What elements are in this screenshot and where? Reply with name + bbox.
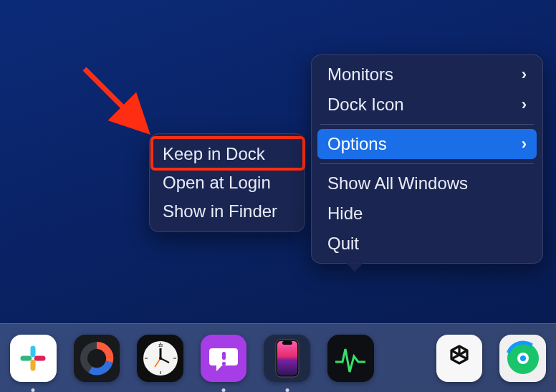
donut-chart-icon — [79, 340, 115, 376]
activity-icon — [332, 340, 368, 376]
chevron-right-icon: › — [522, 65, 527, 84]
menu-item-label: Monitors — [327, 64, 393, 85]
menu-item-label: Show All Windows — [327, 173, 468, 193]
clock-icon: 12 — [140, 338, 181, 378]
menu-item-options[interactable]: Options › — [317, 129, 537, 159]
menu-item-hide[interactable]: Hide — [317, 199, 537, 229]
running-indicator — [32, 388, 35, 392]
svg-rect-4 — [34, 355, 46, 360]
dock-app-iphone-mirroring[interactable] — [264, 335, 310, 382]
svg-rect-19 — [277, 341, 297, 376]
menu-item-quit[interactable]: Quit — [317, 229, 537, 259]
menu-item-label: Show in Finder — [163, 201, 277, 221]
dock-app-chatgpt[interactable] — [436, 335, 483, 382]
menu-item-dock-icon[interactable]: Dock Icon › — [317, 90, 537, 120]
menu-separator — [320, 163, 534, 164]
svg-rect-20 — [282, 341, 292, 345]
menu-item-show-in-finder[interactable]: Show in Finder — [154, 197, 300, 226]
menu-item-label: Hide — [327, 204, 363, 224]
dock-app-find-my[interactable] — [499, 335, 546, 382]
svg-line-0 — [85, 69, 143, 128]
chevron-right-icon: › — [522, 95, 527, 114]
menu-item-label: Keep in Dock — [163, 144, 265, 164]
svg-rect-3 — [31, 359, 36, 371]
menu-item-label: Open at Login — [163, 173, 271, 193]
annotation-arrow — [79, 63, 158, 142]
dock-app-feedback[interactable] — [201, 335, 247, 382]
menu-item-monitors[interactable]: Monitors › — [317, 59, 537, 90]
menu-item-show-all-windows[interactable]: Show All Windows — [317, 168, 537, 199]
svg-rect-2 — [21, 355, 32, 360]
menu-separator — [320, 124, 534, 125]
dock: 12 — [0, 323, 556, 392]
chevron-right-icon: › — [522, 135, 527, 153]
running-indicator — [222, 388, 226, 392]
svg-rect-16 — [222, 352, 226, 360]
svg-text:12: 12 — [158, 343, 163, 348]
svg-point-24 — [520, 355, 526, 361]
dock-app-slack[interactable] — [10, 335, 57, 382]
dock-app-analytics[interactable] — [74, 335, 120, 382]
dock-app-clock[interactable]: 12 — [137, 335, 183, 382]
dock-app-activity-monitor[interactable] — [327, 335, 374, 382]
options-submenu: Keep in Dock Open at Login Show in Finde… — [149, 133, 305, 232]
menu-item-label: Dock Icon — [327, 95, 404, 115]
svg-point-15 — [159, 357, 162, 360]
svg-rect-1 — [31, 345, 36, 357]
running-indicator — [285, 388, 289, 392]
menu-item-open-at-login[interactable]: Open at Login — [154, 168, 300, 197]
findmy-icon — [504, 339, 542, 378]
menu-item-label: Quit — [327, 234, 359, 254]
slack-icon — [18, 343, 48, 373]
dock-context-menu: Monitors › Dock Icon › Options › Show Al… — [311, 54, 543, 264]
menu-item-label: Options — [327, 134, 387, 154]
feedback-icon — [208, 343, 239, 374]
iphone-icon — [275, 339, 299, 378]
openai-icon — [443, 342, 476, 375]
svg-rect-17 — [222, 362, 226, 365]
menu-item-keep-in-dock[interactable]: Keep in Dock — [154, 140, 300, 168]
